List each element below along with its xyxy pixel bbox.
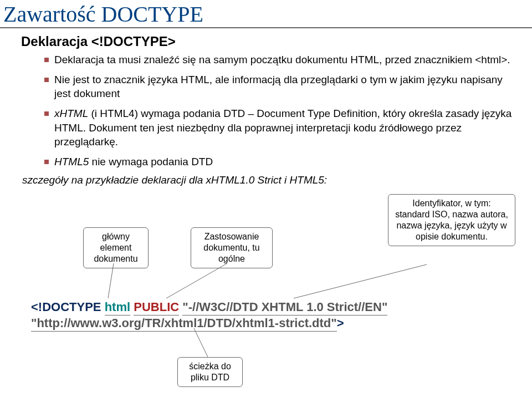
emphasis: xHTML: [54, 108, 88, 119]
svg-line-2: [294, 264, 427, 298]
callout-application: Zastosowanie dokumentu, tu ogólne: [191, 227, 273, 268]
text: nie wymaga podania DTD: [89, 156, 213, 167]
doctype-code: <!DOCTYPE html PUBLIC "-//W3C//DTD XHTML…: [31, 299, 387, 331]
svg-line-0: [108, 263, 114, 298]
code-html: html: [105, 300, 130, 315]
page-title: Zawartość DOCTYPE: [0, 0, 532, 28]
svg-line-1: [166, 263, 227, 298]
emphasis: HTML5: [54, 156, 89, 167]
section-heading: Deklaracja <!DOCTYPE>: [0, 34, 532, 53]
code-public: PUBLIC: [134, 300, 179, 315]
code-url: "http://www.w3.org/TR/xhtml1/DTD/xhtml1-…: [31, 316, 337, 332]
bullet-item: HTML5 nie wymaga podania DTD: [44, 155, 515, 169]
code-lt: <!: [31, 300, 42, 314]
callout-identifier: Identyfikator, w tym: standard ISO, nazw…: [388, 194, 515, 246]
code-fpi: "-//W3C//DTD XHTML 1.0 Strict//EN": [182, 300, 387, 315]
bullet-list: Deklaracja ta musi znaleźć się na samym …: [0, 53, 532, 169]
code-doctype: DOCTYPE: [42, 300, 101, 314]
bullet-item: Deklaracja ta musi znaleźć się na samym …: [44, 53, 515, 67]
svg-line-3: [194, 328, 208, 357]
callout-main-element: główny element dokumentu: [83, 227, 149, 268]
callout-dtd-path: ścieżka do pliku DTD: [177, 357, 243, 387]
text: (i HTML4) wymaga podania DTD – Document …: [54, 108, 511, 147]
bullet-item: xHTML (i HTML4) wymaga podania DTD – Doc…: [44, 106, 515, 149]
code-gt: >: [337, 316, 344, 330]
bullet-item: Nie jest to znacznik języka HTML, ale in…: [44, 73, 515, 101]
space: [101, 300, 105, 314]
detail-line: szczegóły na przykładzie deklaracji dla …: [22, 174, 532, 186]
